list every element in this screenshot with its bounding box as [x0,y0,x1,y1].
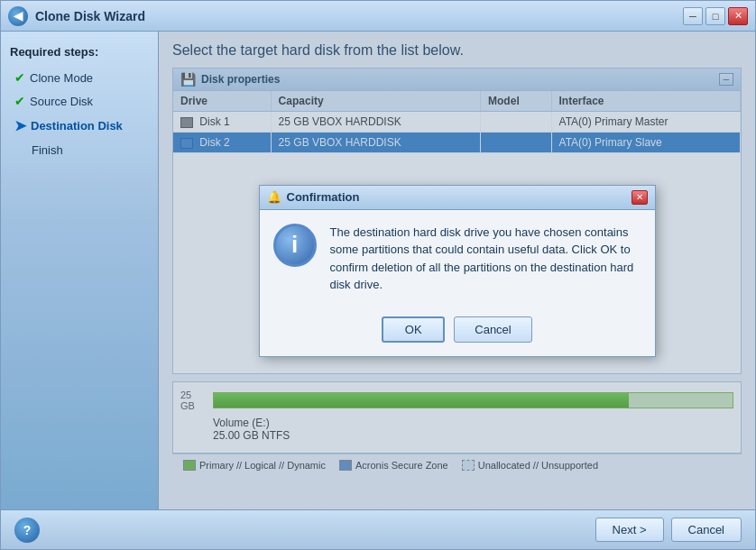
cancel-button[interactable]: Cancel [671,518,742,542]
dialog-message: The destination hard disk drive you have… [330,224,641,294]
maximize-button[interactable]: □ [705,7,725,25]
sidebar-item-finish[interactable]: Finish [10,141,149,160]
dialog-title-bar: 🔔 Confirmation ✕ [260,186,655,210]
app-icon: ◀ [8,6,28,26]
dialog-info-icon: i [273,224,317,267]
sidebar-label-finish: Finish [32,143,63,157]
arrow-icon-destination: ➤ [14,117,26,134]
dialog-overlay: 🔔 Confirmation ✕ i The destination hard … [159,32,755,509]
sidebar-label-clone-mode: Clone Mode [30,71,93,85]
dialog-title-icon: 🔔 [267,190,281,204]
main-content: Required steps: ✔ Clone Mode ✔ Source Di… [1,32,755,509]
sidebar-item-source-disk[interactable]: ✔ Source Disk [10,91,149,111]
checkmark-icon-source: ✔ [14,94,25,108]
dialog-title-text: Confirmation [287,190,632,204]
dialog-close-button[interactable]: ✕ [632,190,648,205]
bottom-right: Next > Cancel [595,518,742,542]
info-letter: i [291,231,298,259]
sidebar-label-source-disk: Source Disk [30,95,93,108]
main-window: ◀ Clone Disk Wizard ─ □ ✕ Required steps… [0,0,756,550]
title-bar-buttons: ─ □ ✕ [683,7,748,25]
bottom-left: ? [14,518,40,543]
help-button[interactable]: ? [14,518,40,543]
sidebar-item-destination-disk[interactable]: ➤ Destination Disk [10,115,149,137]
sidebar-item-clone-mode[interactable]: ✔ Clone Mode [10,68,149,87]
checkmark-icon-clone: ✔ [14,70,25,85]
sidebar-label-destination-disk: Destination Disk [31,119,123,133]
title-bar-text: Clone Disk Wizard [35,9,683,23]
dialog-cancel-button[interactable]: Cancel [454,316,531,343]
sidebar-title: Required steps: [10,45,149,59]
right-panel: Select the target hard disk from the lis… [159,32,755,509]
sidebar: Required steps: ✔ Clone Mode ✔ Source Di… [1,32,159,509]
dialog-body: i The destination hard disk drive you ha… [260,210,655,307]
confirmation-dialog: 🔔 Confirmation ✕ i The destination hard … [259,185,656,357]
dialog-buttons: OK Cancel [260,307,655,356]
close-button[interactable]: ✕ [728,7,748,25]
title-bar: ◀ Clone Disk Wizard ─ □ ✕ [1,1,755,32]
dialog-ok-button[interactable]: OK [382,316,445,343]
bottom-bar: ? Next > Cancel [1,509,755,549]
next-button[interactable]: Next > [595,518,664,542]
minimize-button[interactable]: ─ [683,7,703,25]
